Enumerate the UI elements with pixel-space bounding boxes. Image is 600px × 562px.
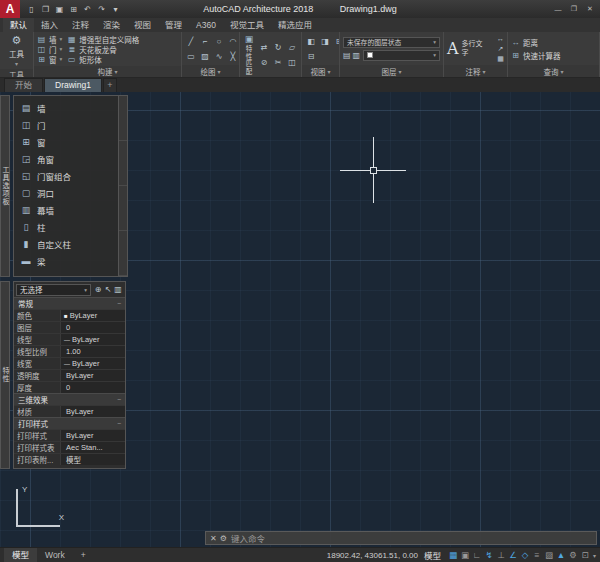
palette-item[interactable]: ◫ 门 — [14, 116, 118, 133]
properties-palette-titlebar[interactable]: 特性 — [0, 281, 10, 469]
layout-tab[interactable]: 模型 — [4, 548, 37, 562]
palette-item[interactable]: ▯ 柱 — [14, 218, 118, 235]
close-icon[interactable]: ✕ — [210, 534, 217, 543]
new-icon[interactable]: ▯ — [25, 2, 38, 16]
ribbon-tab[interactable]: 视图 — [127, 18, 158, 32]
model-space-button[interactable]: 模型 — [418, 549, 447, 561]
line-icon[interactable]: ╱ — [185, 35, 197, 48]
transparency-icon[interactable]: ▨ — [543, 550, 555, 560]
polyline-icon[interactable]: ⌐ — [199, 35, 211, 48]
qat-dropdown-icon[interactable]: ▾ — [109, 2, 122, 16]
undo-icon[interactable]: ↶ — [81, 2, 94, 16]
mtext-button[interactable]: 多行文字 — [462, 40, 488, 56]
leader-icon[interactable]: ↗ — [497, 44, 504, 53]
ribbon-tab[interactable]: 渲染 — [96, 18, 127, 32]
ribbon-tab[interactable]: 视觉工具 — [223, 18, 271, 32]
annotation-scale-icon[interactable]: ▲ — [555, 550, 567, 560]
grid-icon[interactable]: ▦ — [447, 550, 459, 560]
layer-properties-icon[interactable]: ▤ — [343, 51, 351, 60]
ribbon-tab[interactable]: 精选应用 — [271, 18, 319, 32]
view-right-icon[interactable]: ◨ — [319, 35, 331, 48]
lineweight-icon[interactable]: ≡ — [531, 550, 543, 560]
view-left-icon[interactable]: ◧ — [305, 35, 317, 48]
circle-icon[interactable]: ○ — [213, 35, 225, 48]
customization-menu-icon[interactable]: ▾ — [591, 552, 596, 559]
file-tab[interactable]: Drawing1 — [44, 78, 102, 92]
layer-state-dropdown[interactable]: 未保存的图层状态 ▾ — [343, 37, 440, 48]
ribbon-tab[interactable]: 注释 — [65, 18, 96, 32]
build-tool-button[interactable]: ▭ 矩形体 — [67, 54, 139, 64]
palette-item[interactable]: ◲ 角窗 — [14, 150, 118, 167]
palette-item[interactable]: ▥ 幕墙 — [14, 201, 118, 218]
erase-icon[interactable]: ╳ — [227, 50, 239, 63]
mtext-icon[interactable]: A — [447, 41, 459, 57]
collapse-icon[interactable]: − — [117, 396, 121, 403]
polar-icon[interactable]: ∠ — [507, 550, 519, 560]
dimension-icon[interactable]: ↔ — [497, 34, 504, 43]
viewport-icon[interactable]: ⊞ — [333, 35, 340, 48]
stretch-icon[interactable]: ▱ — [286, 41, 298, 54]
build-tool-button[interactable]: ◫ 门 ▾ — [37, 44, 62, 54]
dynamic-input-icon[interactable]: ↯ — [483, 550, 495, 560]
selection-dropdown[interactable]: 无选择 ▾ — [16, 284, 91, 296]
arc-icon[interactable]: ◠ — [227, 35, 239, 48]
ribbon-tab[interactable]: 管理 — [158, 18, 189, 32]
open-icon[interactable]: ❐ — [39, 2, 52, 16]
table-icon[interactable]: ▦ — [497, 54, 504, 63]
palette-tab[interactable] — [119, 141, 127, 186]
layout-tab[interactable]: + — [73, 548, 94, 562]
move-icon[interactable]: ⇄ — [258, 41, 270, 54]
mirror-icon[interactable]: ◫ — [286, 56, 298, 69]
build-tool-button[interactable]: ▦ 增强型自定义网格 — [67, 34, 139, 44]
select-objects-icon[interactable]: ↖ — [103, 285, 113, 294]
toggle-pickadd-icon[interactable]: ⊕ — [93, 285, 103, 294]
palette-tab[interactable] — [119, 96, 127, 141]
palette-tab[interactable] — [119, 186, 127, 231]
collapse-icon[interactable]: − — [117, 420, 121, 427]
collapse-icon[interactable]: − — [117, 300, 121, 307]
close-icon[interactable]: ✕ — [584, 3, 596, 15]
zoom-icon[interactable]: ⊟ — [305, 50, 317, 63]
section-header-3d-effects[interactable]: 三维效果 − — [14, 393, 125, 405]
rectangle-icon[interactable]: ▭ — [185, 50, 197, 63]
section-header-general[interactable]: 常规 − — [14, 297, 125, 309]
ribbon-tab[interactable]: 插入 — [34, 18, 65, 32]
drawing-canvas[interactable]: X Y 工具选项板 ▤ 墙 ◫ 门 ⊞ 窗 ◲ 角窗 ◱ — [0, 92, 600, 547]
minimize-icon[interactable]: — — [552, 3, 564, 15]
palette-item[interactable]: ⊞ 窗 — [14, 133, 118, 150]
inquiry-tool-button[interactable]: ⊞ 快速计算器 — [511, 50, 596, 60]
customize-icon[interactable]: ⚙ — [220, 534, 227, 543]
command-input[interactable]: 键入命令 — [231, 532, 265, 544]
infer-icon[interactable]: ∟ — [471, 550, 483, 560]
section-header-plot-style[interactable]: 打印样式 − — [14, 417, 125, 429]
quick-select-icon[interactable]: ▥ — [113, 285, 123, 294]
file-tab[interactable]: 开始 — [4, 78, 43, 92]
layer-match-icon[interactable]: ▥ — [353, 51, 361, 60]
palette-item[interactable]: ▬ 梁 — [14, 252, 118, 269]
ribbon-tab[interactable]: 默认 — [3, 18, 34, 32]
new-tab-button[interactable]: + — [103, 78, 117, 92]
osnap-icon[interactable]: ◇ — [519, 550, 531, 560]
match-properties-button[interactable]: ▣ 特性匹配 — [243, 34, 255, 75]
palette-item[interactable]: ◱ 门窗组合 — [14, 167, 118, 184]
ortho-icon[interactable]: ⊥ — [495, 550, 507, 560]
build-tool-button[interactable]: ≣ 天花板龙骨 — [67, 44, 139, 54]
plot-icon[interactable]: ⊞ — [67, 2, 80, 16]
redo-icon[interactable]: ↷ — [95, 2, 108, 16]
spline-icon[interactable]: ∿ — [213, 50, 225, 63]
build-tool-button[interactable]: ⊞ 窗 ▾ — [37, 54, 62, 64]
snap-icon[interactable]: ▣ — [459, 550, 471, 560]
palette-item[interactable]: ▢ 洞口 — [14, 184, 118, 201]
command-line[interactable]: ✕⚙ 键入命令 — [205, 531, 597, 545]
workspace-gear-icon[interactable]: ⚙ — [567, 550, 579, 560]
hatch-icon[interactable]: ▨ — [199, 50, 211, 63]
inquiry-tool-button[interactable]: ↔ 距离 — [511, 37, 596, 47]
save-icon[interactable]: ▣ — [53, 2, 66, 16]
build-tool-button[interactable]: ▤ 墙 ▾ — [37, 34, 62, 44]
tools-button[interactable]: ⚙ 工具 ▾ — [3, 34, 30, 67]
maximize-icon[interactable]: ❐ — [568, 3, 580, 15]
clean-screen-icon[interactable]: ⊡ — [579, 550, 591, 560]
trim-icon[interactable]: ✂ — [272, 56, 284, 69]
palette-tab[interactable] — [119, 231, 127, 276]
palette-item[interactable]: ▮ 自定义柱 — [14, 235, 118, 252]
